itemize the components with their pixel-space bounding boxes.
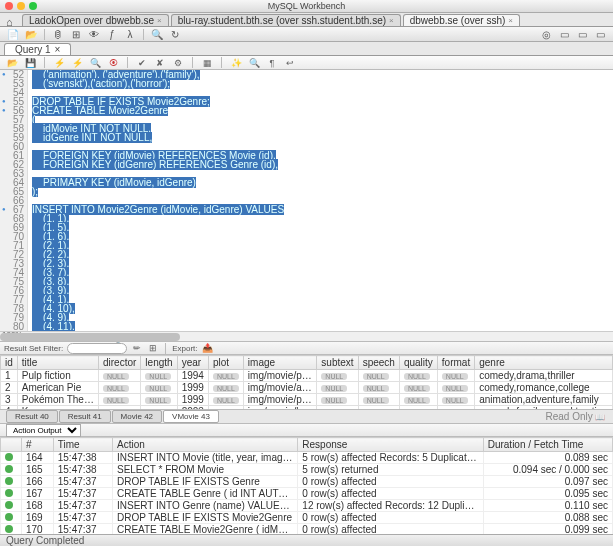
status-ok-icon xyxy=(5,477,13,485)
filter-label: Result Set Filter: xyxy=(4,344,63,353)
column-header[interactable]: genre xyxy=(475,356,613,370)
editor-toolbar: 📂 💾 ⚡ ⚡ 🔍 ⦿ ✔ ✘ ⚙ ▦ ✨ 🔍 ¶ ↩ xyxy=(0,56,613,70)
panel-right-icon[interactable]: ▭ xyxy=(593,28,607,40)
status-ok-icon xyxy=(5,501,13,509)
status-ok-icon xyxy=(5,525,13,533)
result-tabs-bar: Result 40Result 41Movie 42VMovie 43 Read… xyxy=(0,410,613,424)
wrap-icon[interactable]: ↩ xyxy=(284,57,296,69)
query-tabs: Query 1× xyxy=(0,42,613,56)
line-gutter: ● 52 53 54● 55● 56 57 58 59 60 61 62 63 … xyxy=(0,70,28,331)
close-icon[interactable]: × xyxy=(389,16,394,25)
code-content[interactable]: ('animation'), ('adventure'),('family'),… xyxy=(28,70,613,331)
execute-icon[interactable]: ⚡ xyxy=(53,57,65,69)
autocommit-icon[interactable]: ⚙ xyxy=(172,57,184,69)
new-sql-icon[interactable]: 📄 xyxy=(6,28,20,40)
minimize-window-icon[interactable] xyxy=(17,2,25,10)
connection-tab[interactable]: dbwebb.se (over ssh)× xyxy=(403,14,520,26)
export-icon[interactable]: 📤 xyxy=(201,342,213,354)
query-tab[interactable]: Query 1× xyxy=(4,43,71,55)
column-header[interactable]: director xyxy=(98,356,140,370)
column-header[interactable]: format xyxy=(437,356,474,370)
column-header[interactable]: id xyxy=(1,356,18,370)
limit-icon[interactable]: ▦ xyxy=(201,57,213,69)
open-icon[interactable]: 📂 xyxy=(6,57,18,69)
output-row[interactable]: 16915:47:37DROP TABLE IF EXISTS Movie2Ge… xyxy=(1,512,613,524)
column-header[interactable]: plot xyxy=(208,356,243,370)
connection-tab-label: blu-ray.student.bth.se (over ssh.student… xyxy=(178,15,386,26)
stop-icon[interactable]: ⦿ xyxy=(107,57,119,69)
window-titlebar: MySQL Workbench xyxy=(0,0,613,13)
proc-icon[interactable]: ƒ xyxy=(105,28,119,40)
rollback-icon[interactable]: ✘ xyxy=(154,57,166,69)
output-row[interactable]: 17015:47:37CREATE TABLE Movie2Genre ( id… xyxy=(1,524,613,535)
result-tab[interactable]: Result 40 xyxy=(6,410,58,423)
filter-input[interactable] xyxy=(67,343,127,354)
zoom-window-icon[interactable] xyxy=(29,2,37,10)
query-tab-label: Query 1 xyxy=(15,44,51,55)
output-row[interactable]: 16715:47:37CREATE TABLE Genre ( id INT A… xyxy=(1,488,613,500)
column-header[interactable]: subtext xyxy=(317,356,358,370)
column-header[interactable]: image xyxy=(243,356,317,370)
invisible-icon[interactable]: ¶ xyxy=(266,57,278,69)
home-icon[interactable]: ⌂ xyxy=(6,16,13,28)
column-header[interactable]: Response xyxy=(298,438,483,452)
close-icon[interactable]: × xyxy=(508,16,513,25)
table-row[interactable]: 2American PieNULLNULL1999NULLimg/movie/a… xyxy=(1,382,613,394)
close-icon[interactable]: × xyxy=(55,44,61,55)
panel-bottom-icon[interactable]: ▭ xyxy=(575,28,589,40)
column-header[interactable]: year xyxy=(177,356,208,370)
column-header[interactable]: Duration / Fetch Time xyxy=(483,438,612,452)
output-header: Action Output xyxy=(0,424,613,437)
output-row[interactable]: 16415:47:38INSERT INTO Movie (title, yea… xyxy=(1,452,613,464)
open-sql-icon[interactable]: 📂 xyxy=(24,28,38,40)
connection-tab[interactable]: LadokOpen over dbwebb.se× xyxy=(22,14,169,26)
stop-icon[interactable]: ◎ xyxy=(539,28,553,40)
status-ok-icon xyxy=(5,513,13,521)
output-row[interactable]: 16615:47:37DROP TABLE IF EXISTS Genre0 r… xyxy=(1,476,613,488)
status-ok-icon xyxy=(5,453,13,461)
connection-tab[interactable]: blu-ray.student.bth.se (over ssh.student… xyxy=(171,14,401,26)
explain-icon[interactable]: 🔍 xyxy=(89,57,101,69)
execute-current-icon[interactable]: ⚡ xyxy=(71,57,83,69)
edit-icon[interactable]: ✏ xyxy=(131,342,143,354)
save-icon[interactable]: 💾 xyxy=(24,57,36,69)
commit-icon[interactable]: ✔ xyxy=(136,57,148,69)
view-icon[interactable]: 👁 xyxy=(87,28,101,40)
table-icon[interactable]: ⊞ xyxy=(69,28,83,40)
column-header[interactable] xyxy=(1,438,22,452)
column-header[interactable]: speech xyxy=(358,356,399,370)
result-tab[interactable]: Result 41 xyxy=(59,410,111,423)
column-header[interactable]: length xyxy=(141,356,177,370)
output-grid[interactable]: #TimeActionResponseDuration / Fetch Time… xyxy=(0,437,613,534)
status-text: Query Completed xyxy=(6,535,84,546)
close-window-icon[interactable] xyxy=(5,2,13,10)
output-row[interactable]: 16515:47:38SELECT * FROM Movie5 row(s) r… xyxy=(1,464,613,476)
result-grid[interactable]: idtitledirectorlengthyearplotimagesubtex… xyxy=(0,355,613,410)
grid-icon[interactable]: ⊞ xyxy=(147,342,159,354)
table-row[interactable]: 3Pokémon The…NULLNULL1999NULLimg/movie/p… xyxy=(1,394,613,406)
func-icon[interactable]: λ xyxy=(123,28,137,40)
close-icon[interactable]: × xyxy=(157,16,162,25)
window-title: MySQL Workbench xyxy=(0,1,613,11)
sql-editor[interactable]: ● 52 53 54● 55● 56 57 58 59 60 61 62 63 … xyxy=(0,70,613,331)
panel-left-icon[interactable]: ▭ xyxy=(557,28,571,40)
scrollbar-thumb[interactable] xyxy=(0,333,180,341)
result-tab[interactable]: Movie 42 xyxy=(112,410,162,423)
column-header[interactable]: title xyxy=(17,356,98,370)
horizontal-scrollbar[interactable]: 100% xyxy=(0,331,613,341)
search-icon[interactable]: 🔍 xyxy=(150,28,164,40)
beautify-icon[interactable]: ✨ xyxy=(230,57,242,69)
inspector-icon[interactable]: 🛢 xyxy=(51,28,65,40)
column-header[interactable]: # xyxy=(22,438,54,452)
output-row[interactable]: 16815:47:37INSERT INTO Genre (name) VALU… xyxy=(1,500,613,512)
find-icon[interactable]: 🔍 xyxy=(248,57,260,69)
column-header[interactable]: Time xyxy=(53,438,112,452)
reconnect-icon[interactable]: ↻ xyxy=(168,28,182,40)
column-header[interactable]: Action xyxy=(112,438,297,452)
main-toolbar: 📄 📂 🛢 ⊞ 👁 ƒ λ 🔍 ↻ ◎ ▭ ▭ ▭ xyxy=(0,27,613,42)
column-header[interactable]: quality xyxy=(399,356,437,370)
export-label: Export: xyxy=(172,344,197,353)
table-row[interactable]: 1Pulp fictionNULLNULL1994NULLimg/movie/p… xyxy=(1,370,613,382)
output-type-select[interactable]: Action Output xyxy=(6,424,81,437)
result-tab[interactable]: VMovie 43 xyxy=(163,410,219,423)
